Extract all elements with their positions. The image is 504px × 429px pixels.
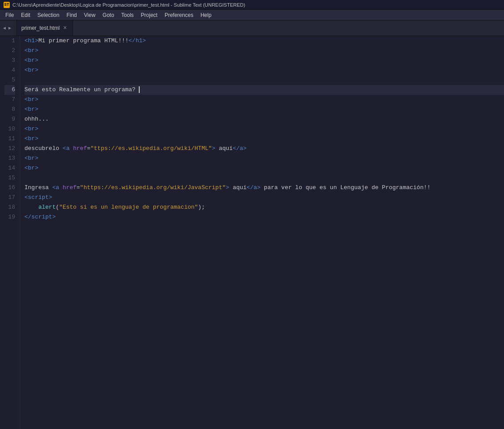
code-line-16: Ingresa <a href="https://es.wikipedia.or…: [24, 183, 504, 193]
line-num-18: 18: [4, 202, 15, 212]
line-num-10: 10: [4, 124, 15, 134]
line-num-11: 11: [4, 134, 15, 144]
code-line-5: [24, 75, 504, 85]
code-line-3: <br>: [24, 56, 504, 65]
menu-edit[interactable]: Edit: [17, 11, 34, 20]
tab-nav-right[interactable]: ▶: [7, 24, 12, 32]
menu-goto[interactable]: Goto: [99, 11, 118, 20]
code-line-18: alert("Esto si es un lenguaje de program…: [24, 202, 504, 212]
code-line-10: <br>: [24, 124, 504, 134]
code-line-13: <br>: [24, 154, 504, 163]
menu-find[interactable]: Find: [63, 11, 80, 20]
line-num-9: 9: [4, 114, 15, 124]
code-line-14: <br>: [24, 163, 504, 173]
tab-bar: ◀ ▶ primer_test.html ×: [0, 20, 504, 36]
tab-navigation: ◀ ▶: [0, 20, 15, 36]
code-content[interactable]: <h1>Mi primer programa HTML!!!</h1> <br>…: [20, 36, 504, 429]
line-num-13: 13: [4, 154, 15, 163]
line-num-19: 19: [4, 212, 15, 222]
menu-project[interactable]: Project: [137, 11, 161, 20]
menu-bar: File Edit Selection Find View Goto Tools…: [0, 10, 504, 20]
editor: 1 2 3 4 5 6 7 8 9 10 11 12 13 14 15 16 1…: [0, 36, 504, 429]
code-line-7: <br>: [24, 95, 504, 105]
title-bar-text: C:\Users\Aprendiente\Desktop\Logica de P…: [12, 2, 245, 8]
line-num-7: 7: [4, 95, 15, 105]
title-bar: ST C:\Users\Aprendiente\Desktop\Logica d…: [0, 0, 504, 10]
line-num-2: 2: [4, 46, 15, 56]
tab-nav-left[interactable]: ◀: [2, 24, 7, 32]
line-num-8: 8: [4, 105, 15, 114]
code-line-15: [24, 173, 504, 183]
line-num-5: 5: [4, 75, 15, 85]
line-num-14: 14: [4, 163, 15, 173]
tab-close-button[interactable]: ×: [63, 25, 67, 31]
menu-help[interactable]: Help: [197, 11, 215, 20]
code-line-1: <h1>Mi primer programa HTML!!!</h1>: [24, 36, 504, 46]
line-num-15: 15: [4, 173, 15, 183]
tab-active[interactable]: primer_test.html ×: [15, 20, 73, 36]
menu-view[interactable]: View: [81, 11, 99, 20]
line-num-1: 1: [4, 36, 15, 46]
line-num-6: 6: [4, 85, 15, 95]
menu-tools[interactable]: Tools: [118, 11, 137, 20]
code-line-19: </script>: [24, 212, 504, 222]
line-numbers: 1 2 3 4 5 6 7 8 9 10 11 12 13 14 15 16 1…: [0, 36, 20, 429]
menu-file[interactable]: File: [2, 11, 17, 20]
line-num-16: 16: [4, 183, 15, 193]
code-line-11: <br>: [24, 134, 504, 144]
app-icon: ST: [4, 2, 10, 8]
line-num-4: 4: [4, 65, 15, 75]
line-num-12: 12: [4, 144, 15, 154]
menu-selection[interactable]: Selection: [34, 11, 63, 20]
menu-preferences[interactable]: Preferences: [161, 11, 197, 20]
line-num-17: 17: [4, 193, 15, 202]
code-line-4: <br>: [24, 65, 504, 75]
code-line-9: ohhh...: [24, 114, 504, 124]
tab-label: primer_test.html: [21, 25, 60, 31]
code-line-12: descubrelo <a href="ttps://es.wikipedia.…: [24, 144, 504, 154]
line-num-3: 3: [4, 56, 15, 65]
code-line-8: <br>: [24, 105, 504, 114]
code-line-6: Será esto Realmente un programa?: [24, 85, 504, 95]
code-line-17: <script>: [24, 193, 504, 202]
code-line-2: <br>: [24, 46, 504, 56]
